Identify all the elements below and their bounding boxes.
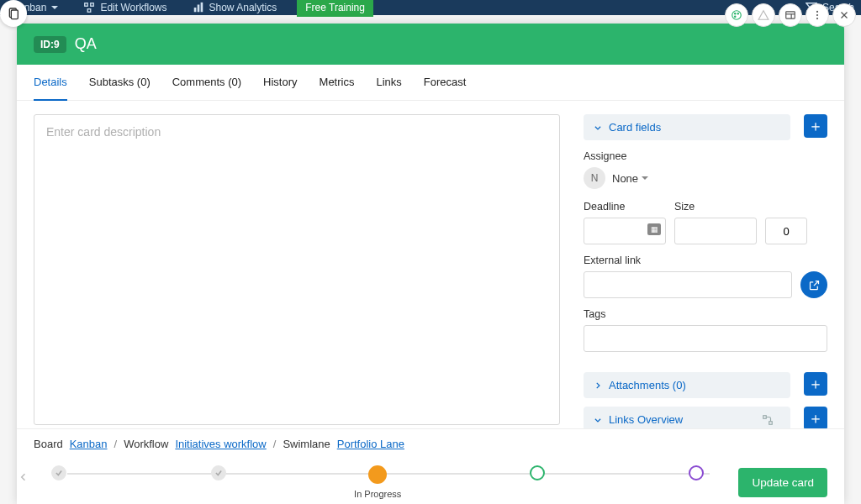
svg-rect-1: [91, 3, 94, 7]
layout-button[interactable]: [779, 3, 802, 27]
size-input[interactable]: [674, 218, 757, 244]
add-attachment-button[interactable]: ＋: [804, 372, 827, 396]
card-id-badge: ID:9: [34, 36, 66, 53]
card-fields-header[interactable]: Card fields: [584, 114, 790, 140]
chevron-down-icon: [594, 416, 602, 424]
workflow-icon: [83, 2, 95, 13]
triangle-icon: [758, 9, 769, 21]
free-training-button[interactable]: Free Training: [297, 0, 373, 17]
size-label: Size: [674, 201, 757, 213]
check-icon: [55, 469, 63, 477]
svg-point-6: [732, 11, 742, 20]
collapse-handle[interactable]: [18, 470, 29, 486]
chevron-right-icon: [594, 381, 602, 390]
stage-current[interactable]: In Progress: [352, 465, 403, 499]
open-external-icon: [808, 279, 821, 291]
svg-rect-3: [193, 8, 196, 12]
card-title: QA: [75, 35, 97, 53]
update-card-button[interactable]: Update card: [738, 468, 827, 497]
chevron-left-icon: [18, 472, 29, 482]
deadline-label: Deadline: [584, 201, 666, 213]
svg-point-15: [816, 18, 818, 19]
stage-4[interactable]: [512, 465, 563, 499]
tab-comments[interactable]: Comments (0): [172, 65, 241, 100]
svg-rect-5: [200, 3, 203, 12]
assignee-label: Assignee: [584, 150, 827, 162]
close-button[interactable]: [832, 3, 856, 27]
stage-1[interactable]: [34, 465, 84, 499]
svg-point-13: [816, 11, 818, 13]
breadcrumb-swimlane-label: Swimlane: [283, 438, 330, 450]
tab-forecast[interactable]: Forecast: [424, 65, 467, 100]
card-icon-floater[interactable]: [0, 0, 27, 27]
description-input[interactable]: [34, 114, 560, 425]
external-link-input[interactable]: [584, 271, 792, 298]
stage-5[interactable]: [671, 465, 721, 499]
breadcrumb-workflow-label: Workflow: [124, 438, 168, 450]
check-icon: [214, 469, 223, 477]
tab-details[interactable]: Details: [34, 65, 67, 101]
tags-label: Tags: [584, 308, 827, 320]
assignee-select[interactable]: None: [612, 172, 648, 185]
breadcrumb-swimlane-link[interactable]: Portfolio Lane: [337, 438, 404, 450]
breadcrumb: Board Kanban / Workflow Initiatives work…: [34, 438, 827, 450]
svg-rect-2: [88, 9, 92, 13]
tab-subtasks[interactable]: Subtasks (0): [89, 65, 151, 100]
svg-rect-21: [769, 421, 773, 424]
analytics-icon: [193, 2, 204, 13]
layout-icon: [784, 9, 796, 21]
svg-rect-10: [786, 12, 795, 18]
theme-button[interactable]: [725, 3, 748, 27]
external-link-label: External link: [584, 255, 827, 266]
svg-rect-0: [85, 3, 88, 7]
palette-icon: [731, 9, 742, 21]
more-vertical-icon: [811, 9, 823, 21]
card-header: ID:9 QA: [17, 24, 844, 65]
stage-2[interactable]: [193, 465, 244, 499]
more-button[interactable]: [806, 3, 829, 27]
svg-point-14: [816, 14, 818, 16]
svg-point-7: [735, 13, 736, 14]
add-link-button[interactable]: ＋: [804, 407, 827, 428]
svg-rect-19: [11, 10, 18, 19]
tab-metrics[interactable]: Metrics: [320, 65, 355, 100]
breadcrumb-board-link[interactable]: Kanban: [70, 438, 108, 450]
tab-history[interactable]: History: [263, 65, 297, 100]
show-analytics-menu[interactable]: Show Analytics: [188, 0, 283, 16]
svg-point-8: [737, 13, 738, 14]
breadcrumb-board-label: Board: [34, 438, 63, 450]
links-overview-header[interactable]: Links Overview: [584, 407, 790, 428]
size-number-input[interactable]: [765, 218, 807, 244]
svg-rect-20: [763, 415, 767, 418]
svg-rect-4: [197, 5, 199, 13]
close-icon: [838, 9, 850, 21]
tags-input[interactable]: [584, 325, 827, 352]
card-modal: ID:9 QA Details Subtasks (0) Comments (0…: [17, 24, 844, 504]
calendar-icon: ▦: [647, 223, 661, 235]
svg-point-9: [735, 16, 736, 17]
attachments-header[interactable]: Attachments (0): [584, 372, 790, 398]
assignee-avatar: N: [584, 167, 605, 189]
tab-links[interactable]: Links: [376, 65, 401, 100]
tabs: Details Subtasks (0) Comments (0) Histor…: [17, 65, 844, 101]
cards-icon: [7, 7, 20, 20]
relation-icon: [762, 414, 774, 426]
warning-button[interactable]: [752, 3, 775, 27]
open-link-button[interactable]: [800, 271, 827, 298]
breadcrumb-workflow-link[interactable]: Initiatives workflow: [175, 438, 266, 450]
stage-current-label: In Progress: [354, 489, 401, 499]
edit-workflows-menu[interactable]: Edit Workflows: [78, 0, 172, 16]
add-field-button[interactable]: ＋: [804, 114, 827, 138]
chevron-down-icon: [594, 123, 602, 132]
